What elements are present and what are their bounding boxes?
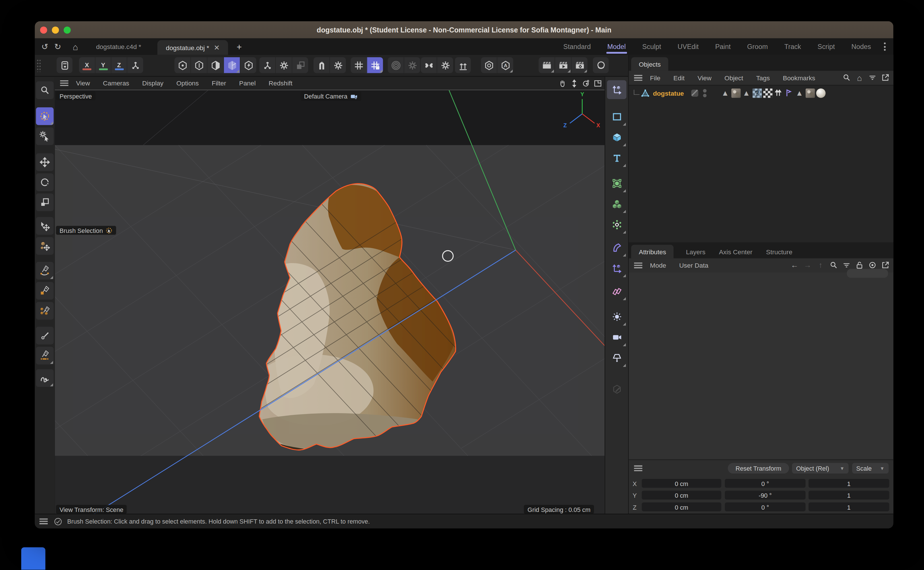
orbit-icon[interactable] <box>581 78 590 88</box>
bend-deformer-button[interactable] <box>607 238 626 257</box>
brush-selection-tool-button[interactable] <box>36 107 53 125</box>
phong-tag-icon[interactable]: ▲ <box>742 88 751 98</box>
copy-buffer-button[interactable] <box>292 57 308 73</box>
coordinate-space-dropdown[interactable]: Object (Rel)▼ <box>792 463 849 473</box>
search-icon[interactable] <box>842 73 851 83</box>
viewport-menu-cameras[interactable]: Cameras <box>96 80 136 87</box>
viewport-canvas[interactable]: Y Z X Perspective Default Camera Brush S… <box>55 90 605 516</box>
viewport-menu-icon[interactable] <box>60 80 68 86</box>
rotate-tool-button[interactable] <box>36 173 53 191</box>
scale-x-field[interactable]: 1 <box>808 479 889 488</box>
y-axis-toggle[interactable]: Y <box>95 57 111 73</box>
scale-tool-button[interactable] <box>36 193 53 211</box>
pen-square-tool-button[interactable] <box>36 282 53 300</box>
undock-icon[interactable] <box>880 260 890 270</box>
layout-tab-script[interactable]: Script <box>809 38 843 55</box>
find-tool-button[interactable] <box>36 81 53 99</box>
render-view-button[interactable] <box>539 57 554 73</box>
stage-button[interactable] <box>607 348 626 367</box>
snap-button[interactable] <box>313 57 330 73</box>
rotation-x-field[interactable]: 0 ° <box>725 479 806 488</box>
defeature-mode-button[interactable] <box>240 57 256 73</box>
normals-tag-icon[interactable] <box>784 88 793 98</box>
close-tab-icon[interactable]: ✕ <box>214 43 220 52</box>
uvw-tag-icon[interactable] <box>763 88 772 98</box>
viewport-menu-panel[interactable]: Panel <box>233 80 262 87</box>
scale-z-field[interactable]: 1 <box>808 503 889 511</box>
symmetry-button[interactable] <box>421 57 437 73</box>
zoom-window-button[interactable] <box>64 26 71 33</box>
tab-objects[interactable]: Objects <box>631 57 669 71</box>
select-move-tool-button[interactable] <box>36 217 53 234</box>
new-tab-button[interactable]: + <box>232 38 247 55</box>
viewport-menu-options[interactable]: Options <box>170 80 205 87</box>
camera-button[interactable] <box>607 328 626 347</box>
object-name[interactable]: dogstatue <box>653 89 684 97</box>
perspective-label[interactable]: Perspective <box>56 91 95 100</box>
visibility-dots[interactable] <box>703 89 706 97</box>
pan-hand-icon[interactable] <box>557 78 567 88</box>
tab-attributes[interactable]: Attributes <box>631 245 674 259</box>
layout-tab-track[interactable]: Track <box>776 38 809 55</box>
objects-menu-edit[interactable]: Edit <box>667 74 691 81</box>
reset-transform-button[interactable]: Reset Transform <box>728 463 789 473</box>
layout-tab-nodes[interactable]: Nodes <box>843 38 879 55</box>
annotation-button[interactable] <box>497 57 513 73</box>
coordinates-transform-button[interactable] <box>607 80 626 99</box>
subdivision-surface-button[interactable] <box>607 174 626 193</box>
tab-axis-center[interactable]: Axis Center <box>711 245 760 259</box>
workplane-button[interactable] <box>259 57 275 73</box>
layout-tab-sculpt[interactable]: Sculpt <box>634 38 669 55</box>
titlebar[interactable]: dogstatue.obj * (Student License - Non-C… <box>35 21 893 38</box>
rotation-z-field[interactable]: 0 ° <box>725 503 806 511</box>
doc-tab-dogstatue-c4d[interactable]: dogstatue.c4d * <box>88 38 149 55</box>
layer-toggle-icon[interactable] <box>691 89 698 97</box>
attributes-menu-mode[interactable]: Mode <box>643 262 673 269</box>
lock-icon[interactable] <box>855 260 864 270</box>
quantize-button[interactable] <box>351 57 367 73</box>
forward-arrow-icon[interactable]: → <box>803 260 813 270</box>
objects-menu-tags[interactable]: Tags <box>750 74 776 81</box>
arrange-tool-button[interactable] <box>36 237 53 255</box>
search-icon[interactable] <box>828 260 838 270</box>
symmetry-settings-button[interactable] <box>437 57 453 73</box>
tab-layers[interactable]: Layers <box>678 245 713 259</box>
default-camera-label[interactable]: Default Camera <box>301 91 361 101</box>
material-editor-button[interactable] <box>607 380 626 398</box>
quantize-lock-button[interactable] <box>367 57 383 73</box>
material-tag-icon[interactable] <box>816 88 825 98</box>
objects-menu-object[interactable]: Object <box>718 74 750 81</box>
model-mode-button[interactable] <box>223 57 240 73</box>
layout-tab-standard[interactable]: Standard <box>555 38 599 55</box>
paint-brush-tool-button[interactable] <box>36 327 53 345</box>
dolly-icon[interactable] <box>569 78 579 88</box>
volume-builder-button[interactable] <box>607 195 626 213</box>
coordinates-menu-icon[interactable] <box>634 465 642 471</box>
object-list[interactable]: dogstatue ▲ ▲ ? ▲ <box>629 85 893 242</box>
workplane-settings-button[interactable] <box>275 57 292 73</box>
position-y-field[interactable]: 0 cm <box>642 490 721 500</box>
text-object-button[interactable] <box>607 149 626 167</box>
attributes-menu-icon[interactable] <box>634 262 642 268</box>
phong-tag-icon[interactable]: ▲ <box>794 88 804 98</box>
pen-cubes-tool-button[interactable] <box>36 302 53 320</box>
missing-texture-tag-icon[interactable]: ? <box>752 88 762 98</box>
polygon-object-icon[interactable] <box>641 88 650 98</box>
objects-menu-view[interactable]: View <box>691 74 718 81</box>
rotation-y-field[interactable]: -90 ° <box>725 490 806 500</box>
phong-tag-icon[interactable]: ▲ <box>720 88 730 98</box>
layout-tab-uvedit[interactable]: UVEdit <box>669 38 707 55</box>
points-mode-button[interactable] <box>174 57 190 73</box>
fields-button[interactable] <box>607 282 626 301</box>
layout-tab-groom[interactable]: Groom <box>739 38 776 55</box>
move-tool-button[interactable] <box>36 153 53 171</box>
viewport-menu-filter[interactable]: Filter <box>205 80 232 87</box>
objects-menu-icon[interactable] <box>634 75 642 81</box>
filter-icon[interactable] <box>842 260 851 270</box>
minimize-window-button[interactable] <box>52 26 59 33</box>
render-settings-button[interactable] <box>571 57 588 73</box>
maximize-view-icon[interactable] <box>593 78 602 88</box>
spline-sketch-tool-button[interactable] <box>36 369 53 387</box>
position-z-field[interactable]: 0 cm <box>642 503 721 511</box>
primitive-cube-button[interactable] <box>607 128 626 147</box>
